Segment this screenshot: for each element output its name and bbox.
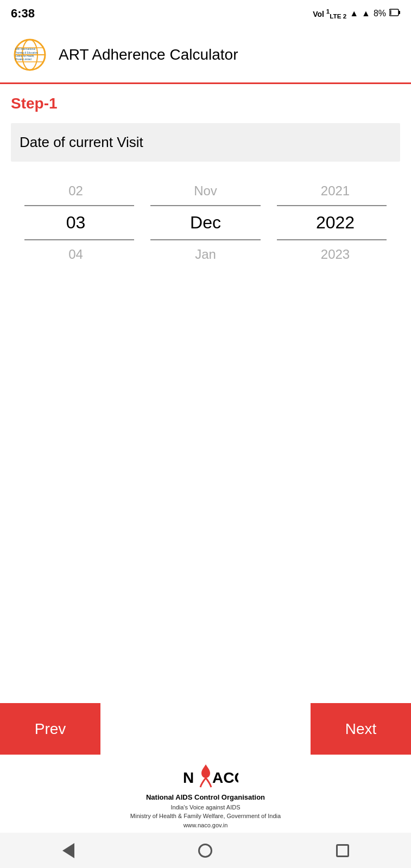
- svg-text:Private Limited: Private Limited: [15, 58, 31, 61]
- footer-org-name: National AIDS Control Organisation: [146, 793, 265, 802]
- month-above[interactable]: Nov: [141, 178, 270, 204]
- battery-icon: [389, 9, 400, 18]
- back-button[interactable]: [58, 840, 79, 861]
- volume-icon: Vol 1LTE 2: [313, 8, 346, 20]
- svg-text:N: N: [183, 769, 194, 786]
- spacer: [0, 486, 411, 704]
- divider-month-top: [150, 205, 260, 206]
- signal-icon: ▲: [350, 9, 358, 18]
- status-bar: 6:38 Vol 1LTE 2 ▲ ▲ 8%: [0, 0, 411, 27]
- svg-text:Centre for Health,: Centre for Health,: [15, 55, 35, 58]
- month-below[interactable]: Jan: [141, 241, 270, 267]
- app-title: ART Adherence Calculator: [59, 46, 238, 63]
- recents-button[interactable]: [332, 840, 353, 861]
- status-icons: Vol 1LTE 2 ▲ ▲ 8%: [313, 8, 400, 20]
- signal-icon-2: ▲: [362, 9, 370, 18]
- divider-month-bottom: [150, 239, 260, 240]
- main-content: Step-1 Date of current Visit 02 Nov 2021: [0, 84, 411, 486]
- home-icon: [198, 844, 212, 858]
- status-time: 6:38: [11, 7, 35, 21]
- next-button[interactable]: Next: [311, 703, 411, 755]
- footer-ministry: Ministry of Health & Family Welfare, Gov…: [130, 812, 281, 821]
- date-picker[interactable]: 02 Nov 2021 03 Dec 2022: [11, 178, 400, 267]
- svg-text:ACO: ACO: [212, 769, 238, 786]
- visit-date-header: Date of current Visit: [11, 123, 400, 162]
- footer-tagline: India's Voice against AIDS: [170, 803, 240, 812]
- svg-text:Training & Education: Training & Education: [15, 52, 38, 54]
- date-row-above: 02 Nov 2021: [11, 178, 400, 204]
- recents-icon: [336, 844, 349, 857]
- android-nav-bar: [0, 833, 411, 868]
- battery-level: 8%: [374, 9, 386, 18]
- footer: N ACO National AIDS Control Organisation…: [0, 755, 411, 833]
- naco-logo-svg: N ACO: [173, 760, 238, 793]
- svg-rect-1: [399, 11, 400, 14]
- month-selected[interactable]: Dec: [141, 207, 270, 238]
- divider-day-bottom: [24, 239, 134, 240]
- content-wrapper: Step-1 Date of current Visit 02 Nov 2021: [0, 84, 411, 868]
- divider-day-top: [24, 205, 134, 206]
- day-below[interactable]: 04: [11, 241, 141, 267]
- year-above[interactable]: 2021: [270, 178, 400, 204]
- naco-logo: N ACO: [173, 760, 238, 793]
- svg-text:UW International: UW International: [15, 47, 35, 50]
- divider-year-bottom: [277, 239, 387, 240]
- app-header: UW International Training & Education Ce…: [0, 27, 411, 84]
- back-icon: [62, 843, 74, 858]
- divider-year-top: [277, 205, 387, 206]
- svg-rect-2: [390, 10, 391, 15]
- home-button[interactable]: [194, 840, 216, 861]
- day-above[interactable]: 02: [11, 178, 141, 204]
- date-row-below: 04 Jan 2023: [11, 241, 400, 267]
- step-label: Step-1: [11, 95, 400, 112]
- logo: UW International Training & Education Ce…: [11, 36, 49, 74]
- prev-button[interactable]: Prev: [0, 703, 100, 755]
- footer-website: www.naco.gov.in: [184, 821, 228, 830]
- day-selected[interactable]: 03: [11, 207, 141, 238]
- date-row-selected: 03 Dec 2022: [11, 207, 400, 238]
- year-below[interactable]: 2023: [270, 241, 400, 267]
- year-selected[interactable]: 2022: [270, 207, 400, 238]
- bottom-nav: Prev Next: [0, 703, 411, 755]
